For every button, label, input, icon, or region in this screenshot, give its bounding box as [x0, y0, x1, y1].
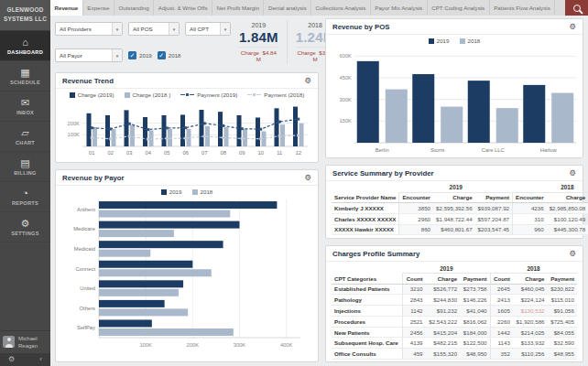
- sidebar-item-inbox[interactable]: ✉INBOX: [0, 92, 50, 122]
- svg-text:Storrs: Storrs: [430, 147, 445, 153]
- billing-icon: ▤: [20, 158, 29, 168]
- revenue-by-payor-chart: 100K200K300K400KAnthemMedicareMedicaidCo…: [56, 196, 318, 354]
- svg-text:05: 05: [164, 150, 169, 156]
- sidebar-item-schedule[interactable]: ▦SCHEDULE: [0, 61, 50, 92]
- svg-text:07: 07: [201, 150, 207, 156]
- chevron-down-icon: ▾: [112, 49, 122, 61]
- legend-item: 2019: [161, 188, 182, 195]
- svg-text:100K: 100K: [67, 132, 80, 137]
- legend-marker: [161, 189, 167, 195]
- service-summary-panel: Service Summary by Provider ⚙ 20192018Se…: [325, 165, 583, 239]
- sidebar-item-settings[interactable]: ⚙SETTINGS: [0, 212, 50, 242]
- table-row: Kimberly J XXXXX3850$2,595,392.56$939,08…: [332, 203, 588, 214]
- panel-title: Revenue by POS: [332, 23, 389, 31]
- sidebar-item-chart[interactable]: ▱CHART: [0, 122, 50, 152]
- panel-title: Charges Profile Summary: [332, 250, 419, 258]
- search-icon: [573, 5, 581, 12]
- gear-icon[interactable]: ⚙: [569, 23, 576, 31]
- chevron-down-icon: ▾: [169, 23, 179, 35]
- sidebar-item-dashboard[interactable]: ⌂DASHBOARD: [0, 31, 50, 61]
- svg-text:200K: 200K: [67, 121, 80, 126]
- tab-expense[interactable]: Expense: [83, 0, 114, 16]
- svg-text:400K: 400K: [280, 342, 293, 348]
- legend-marker: [247, 93, 261, 96]
- svg-text:150K: 150K: [339, 118, 352, 124]
- svg-text:10: 10: [258, 150, 264, 156]
- svg-text:11: 11: [277, 150, 282, 156]
- gear-icon[interactable]: ⚙: [569, 250, 576, 258]
- filter-kpi-bar: All Providers ▾ All POS ▾ All CPT ▾: [55, 18, 319, 66]
- pos-select[interactable]: All POS ▾: [128, 22, 180, 36]
- cpt-select[interactable]: All CPT ▾: [185, 22, 231, 36]
- providers-select-value: All Providers: [56, 26, 92, 32]
- panel-title: Revenue Trend: [62, 77, 114, 85]
- tab-net-profit-margin[interactable]: Net Profit Margin: [212, 0, 264, 16]
- payor-select-value: All Payor: [56, 52, 82, 59]
- sidebar-item-label: CHART: [16, 140, 35, 145]
- svg-text:100K: 100K: [139, 342, 152, 348]
- service-summary-table: 20192018Service Provider NameEncounterCh…: [326, 181, 583, 240]
- tab-collections-analysis[interactable]: Collections Analysis: [311, 0, 371, 16]
- tab-denial-analysis[interactable]: Denial analysis: [264, 0, 311, 16]
- collapse-icon[interactable]: ‹: [39, 356, 42, 363]
- table-row: Procedures2521$2,543,222$816,0622260$1,9…: [332, 316, 577, 327]
- checkbox-checked-icon: ✓: [128, 51, 136, 59]
- kpi-2019: 2019 1.84M Charge $4.84 M: [231, 20, 287, 64]
- revenue-trend-panel: Revenue Trend ⚙ Charge (2019)Charge (201…: [55, 72, 319, 163]
- sidebar-item-label: SCHEDULE: [10, 80, 40, 85]
- revenue-by-pos-panel: Revenue by POS ⚙ 20192018 150K300K450K60…: [325, 18, 583, 158]
- tab-adjust-write-offs[interactable]: Adjust. & Write Offs: [154, 0, 212, 16]
- table-row: Office Consults459$155,320$48,950352$110…: [332, 349, 577, 360]
- chevron-down-icon: ▾: [220, 23, 230, 35]
- sidebar-item-billing[interactable]: ▤BILLING: [0, 152, 50, 182]
- svg-text:06: 06: [183, 150, 189, 156]
- gear-icon[interactable]: ⚙: [304, 174, 311, 182]
- legend-item: 2019: [429, 38, 450, 44]
- panel-title: Service Summary by Provider: [332, 169, 434, 178]
- home-icon: ⌂: [22, 38, 28, 48]
- gear-icon[interactable]: ⚙: [569, 169, 576, 178]
- reports-icon: ◔: [22, 188, 28, 199]
- legend-marker: [192, 189, 198, 195]
- sidebar-item-label: BILLING: [14, 170, 36, 176]
- tab-bar: RevenueExpenseOutstandingAdjust. & Write…: [50, 0, 588, 16]
- gear-icon[interactable]: ⚙: [8, 356, 15, 363]
- tab-cpt-coding-analysis[interactable]: CPT Coding Analysis: [428, 0, 490, 16]
- settings-icon: ⚙: [21, 219, 30, 229]
- payor-select[interactable]: All Payor ▾: [55, 48, 123, 62]
- legend-marker: [70, 92, 75, 98]
- svg-text:Harlow: Harlow: [540, 147, 558, 153]
- tab-outstanding[interactable]: Outstanding: [114, 0, 154, 16]
- svg-text:600K: 600K: [339, 53, 352, 59]
- providers-select[interactable]: All Providers ▾: [55, 22, 123, 36]
- sidebar-nav: ⌂DASHBOARD▦SCHEDULE✉INBOX▱CHART▤BILLING◔…: [0, 31, 50, 242]
- search-button[interactable]: [565, 0, 588, 16]
- tab-payor-mix-analysis[interactable]: Payor Mix Analysis: [371, 0, 428, 16]
- chart-legend: 20192018: [56, 186, 318, 196]
- sidebar-item-reports[interactable]: ◔REPORTS: [0, 182, 50, 212]
- legend-item: 2018: [192, 188, 213, 195]
- sidebar-footer: ⚙ ‹: [0, 353, 50, 366]
- chevron-down-icon: ▾: [112, 23, 122, 35]
- table-row: New Patients2456$415,204$184,0001442$214…: [332, 327, 577, 338]
- svg-text:200K: 200K: [187, 342, 200, 348]
- legend-marker: [180, 93, 194, 96]
- legend-item: Charge (2018 ): [125, 92, 171, 98]
- revenue-by-pos-chart: 150K300K450K600KBerlinStorrsCare LLCHarl…: [326, 45, 583, 159]
- inbox-icon: ✉: [21, 98, 29, 108]
- svg-text:Medicare: Medicare: [73, 226, 95, 231]
- user-profile[interactable]: Michael Reagan: [0, 330, 50, 353]
- sidebar: GLENWOOD SYSTEMS LLC ⌂DASHBOARD▦SCHEDULE…: [0, 0, 50, 366]
- sidebar-item-label: DASHBOARD: [7, 49, 43, 55]
- company-name: GLENWOOD SYSTEMS LLC: [0, 0, 50, 31]
- app-window: GLENWOOD SYSTEMS LLC ⌂DASHBOARD▦SCHEDULE…: [0, 0, 588, 366]
- year-2018-checkbox[interactable]: ✓ 2018: [158, 51, 181, 59]
- svg-text:300K: 300K: [234, 342, 246, 348]
- tab-revenue[interactable]: Revenue: [50, 0, 83, 16]
- dashboard-content: All Providers ▾ All POS ▾ All CPT ▾: [50, 16, 588, 366]
- gear-icon[interactable]: ⚙: [304, 77, 311, 85]
- checkbox-checked-icon: ✓: [158, 51, 166, 59]
- year-2019-checkbox[interactable]: ✓ 2019: [128, 51, 152, 59]
- tab-patients-flow-analysis[interactable]: Patients Flow Analysis: [490, 0, 556, 16]
- table-row: Pathology2843$244,830$146,2262413$224,12…: [332, 295, 577, 306]
